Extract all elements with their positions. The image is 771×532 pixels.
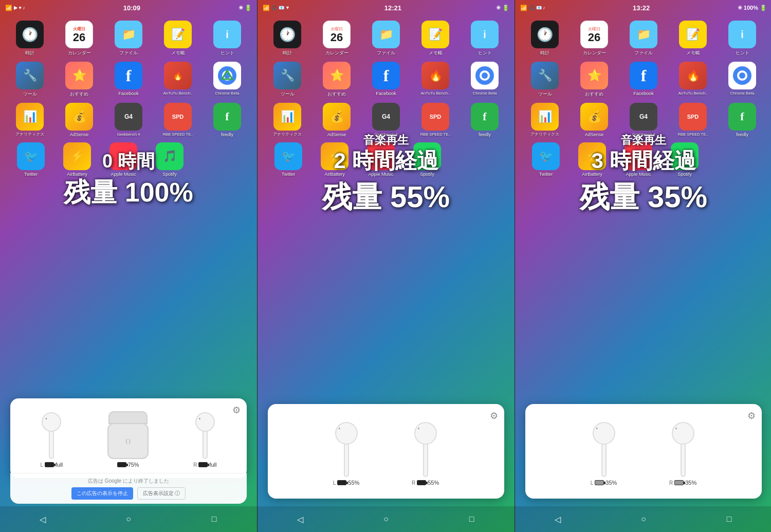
recents-button-3[interactable]: □ bbox=[722, 511, 737, 527]
home-button-2[interactable]: ○ bbox=[378, 511, 394, 527]
app-facebook-3[interactable]: f Facebook bbox=[623, 62, 664, 98]
files-icon: 📁 bbox=[115, 21, 142, 48]
app-geekbench-2[interactable]: G4 Geekbench 4 bbox=[365, 103, 407, 137]
app-clock-2[interactable]: 🕐 時計 bbox=[267, 21, 308, 57]
app-tips[interactable]: i ヒント bbox=[207, 21, 248, 57]
stop-ad-button[interactable]: この広告の表示を停止 bbox=[71, 487, 133, 500]
analytics-icon-3: 📊 bbox=[531, 103, 559, 131]
app-row-2-3: 📊 アナリティクス 💰 AdSense G4 Geekbench 4 SPD R… bbox=[263, 103, 509, 137]
app-tools[interactable]: 🔧 ツール bbox=[9, 62, 50, 98]
clock-icon-3: 🕐 bbox=[531, 21, 559, 48]
airpod-left-3: L 35% bbox=[591, 422, 617, 486]
airpods-card-3: ⚙ L 35% R bbox=[525, 404, 762, 499]
airpod-left-pct-1: full bbox=[56, 462, 63, 468]
app-notes-3[interactable]: 📝 メモ帳 bbox=[672, 21, 713, 57]
app-adsense-3[interactable]: 💰 AdSense bbox=[574, 103, 615, 137]
clock-label-2: 時計 bbox=[283, 50, 292, 57]
app-geekbench[interactable]: G4 Geekbench 4 bbox=[108, 103, 149, 137]
app-facebook[interactable]: f Facebook bbox=[108, 62, 149, 98]
geekbench-icon-2: G4 bbox=[372, 103, 400, 131]
app-calendar-3[interactable]: 火曜日 26 カレンダー bbox=[574, 21, 615, 57]
app-analytics[interactable]: 📊 アナリティクス bbox=[9, 103, 50, 137]
facebook-label: Facebook bbox=[118, 91, 139, 96]
case-battery-bar bbox=[117, 462, 126, 467]
airpod-right-3: R 35% bbox=[669, 422, 696, 486]
app-chrome-beta[interactable]: Chrome Beta bbox=[207, 62, 248, 98]
home-button-1[interactable]: ○ bbox=[121, 511, 136, 527]
app-rbb[interactable]: SPD RBB SPEED TE.. bbox=[157, 103, 198, 137]
app-rbb-3[interactable]: SPD RBB SPEED TE.. bbox=[672, 103, 713, 137]
app-tips-3[interactable]: i ヒント bbox=[722, 21, 763, 57]
indicators-3: 🎧 📧 ♪ bbox=[529, 5, 545, 10]
left-battery-bar-2 bbox=[337, 480, 346, 485]
adsense-label: AdSense bbox=[70, 132, 89, 137]
app-facebook-2[interactable]: f Facebook bbox=[365, 62, 407, 98]
app-osusume-2[interactable]: ⭐ おすすめ bbox=[316, 62, 357, 98]
app-adsense[interactable]: 💰 AdSense bbox=[59, 103, 100, 137]
app-chrome-beta-2[interactable]: Chrome Beta bbox=[464, 62, 505, 98]
phone-panel-2: 📶 🎧 📧 ▼ 12:21 ✳ 🔋 🕐 時計 火曜日 26 カレンダー 📁 bbox=[258, 0, 515, 532]
settings-icon-2[interactable]: ⚙ bbox=[490, 410, 498, 421]
ad-settings-button[interactable]: 広告表示設定 ⓘ bbox=[137, 487, 186, 500]
adsense-icon-3: 💰 bbox=[580, 103, 608, 131]
battery-icon-3: 🔋 bbox=[760, 5, 767, 11]
app-feedly-2[interactable]: f feedly bbox=[464, 103, 505, 137]
app-antutu-2[interactable]: 🔥 AnTuTu Bench.. bbox=[415, 62, 456, 98]
time-display-3: 13:22 bbox=[633, 4, 650, 12]
overlay-time-1: 0 時間 bbox=[0, 149, 257, 174]
home-button-3[interactable]: ○ bbox=[636, 511, 651, 527]
overlay-battery-1: 残量 100% bbox=[0, 175, 257, 211]
rbb-label: RBB SPEED TE.. bbox=[163, 132, 193, 137]
chrome-beta-icon-3 bbox=[728, 62, 756, 89]
app-calendar-2[interactable]: 火曜日 26 カレンダー bbox=[316, 21, 357, 57]
app-clock-3[interactable]: 🕐 時計 bbox=[524, 21, 565, 57]
app-analytics-2[interactable]: 📊 アナリティクス bbox=[267, 103, 308, 137]
app-files[interactable]: 📁 ファイル bbox=[108, 21, 149, 57]
adsense-icon-2: 💰 bbox=[323, 103, 351, 131]
app-files-3[interactable]: 📁 ファイル bbox=[623, 21, 664, 57]
osusume-label-2: おすすめ bbox=[327, 91, 346, 98]
signal-bars: ▶ ♥ ♪ bbox=[14, 5, 25, 10]
recents-button-1[interactable]: □ bbox=[207, 511, 222, 527]
app-antutu[interactable]: 🔥 AnTuTu Bench.. bbox=[157, 62, 198, 98]
back-button-3[interactable]: ◁ bbox=[550, 511, 565, 527]
app-osusume-3[interactable]: ⭐ おすすめ bbox=[574, 62, 615, 98]
app-row-2-2: 🔧 ツール ⭐ おすすめ f Facebook 🔥 AnTuTu Bench..… bbox=[263, 62, 509, 98]
app-analytics-3[interactable]: 📊 アナリティクス bbox=[524, 103, 565, 137]
files-icon-3: 📁 bbox=[630, 21, 657, 48]
app-notes[interactable]: 📝 メモ帳 bbox=[157, 21, 198, 57]
ad-text-1: 広告は Google により終了しました bbox=[15, 478, 242, 485]
app-clock[interactable]: 🕐 時計 bbox=[9, 21, 50, 57]
app-calendar[interactable]: 火曜日 26 カレンダー bbox=[59, 21, 100, 57]
app-antutu-3[interactable]: 🔥 AnTuTu Bench.. bbox=[672, 62, 713, 98]
app-osusume[interactable]: ⭐ おすすめ bbox=[59, 62, 100, 98]
geekbench-icon: G4 bbox=[115, 103, 142, 131]
back-button-1[interactable]: ◁ bbox=[35, 511, 50, 527]
app-geekbench-3[interactable]: G4 Geekbench 4 bbox=[623, 103, 664, 137]
airpod-left-head-2 bbox=[335, 422, 358, 445]
back-button-2[interactable]: ◁ bbox=[292, 511, 308, 527]
nav-bar-2: ◁ ○ □ bbox=[258, 506, 515, 532]
airpod-left-pct-3: 35% bbox=[605, 480, 617, 486]
app-feedly-3[interactable]: f feedly bbox=[722, 103, 763, 137]
app-adsense-2[interactable]: 💰 AdSense bbox=[316, 103, 357, 137]
app-tools-2[interactable]: 🔧 ツール bbox=[267, 62, 308, 98]
osusume-icon-2: ⭐ bbox=[323, 62, 351, 89]
recents-button-2[interactable]: □ bbox=[464, 511, 480, 527]
clock-icon: 🕐 bbox=[16, 21, 44, 48]
app-tools-3[interactable]: 🔧 ツール bbox=[524, 62, 565, 98]
tools-label-2: ツール bbox=[281, 91, 295, 98]
airpod-right-stem-2 bbox=[423, 444, 428, 477]
phone-panel-3: 📶 🎧 📧 ♪ 13:22 ✳ 100% 🔋 🕐 時計 火曜日 26 カレンダー bbox=[515, 0, 771, 532]
settings-icon-3[interactable]: ⚙ bbox=[747, 410, 756, 421]
app-chrome-beta-3[interactable]: Chrome Beta bbox=[722, 62, 763, 98]
app-tips-2[interactable]: i ヒント bbox=[464, 21, 505, 57]
airpods-visual-1: L full ( ) 75% bbox=[18, 406, 239, 470]
settings-icon-1[interactable]: ⚙ bbox=[232, 405, 241, 416]
app-feedly[interactable]: f feedly bbox=[207, 103, 248, 137]
app-rbb-2[interactable]: SPD RBB SPEED TE.. bbox=[415, 103, 456, 137]
tips-icon-3: i bbox=[728, 21, 756, 48]
airpod-right-head-3 bbox=[672, 422, 694, 445]
app-files-2[interactable]: 📁 ファイル bbox=[365, 21, 407, 57]
app-notes-2[interactable]: 📝 メモ帳 bbox=[415, 21, 456, 57]
